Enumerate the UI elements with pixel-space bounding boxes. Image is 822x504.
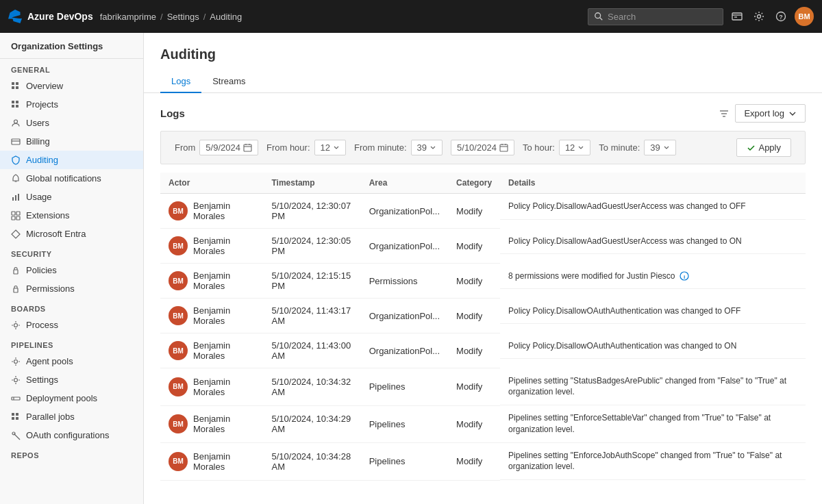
policies-icon xyxy=(11,266,21,275)
chevron-down-icon xyxy=(788,110,797,118)
sidebar-item-label: Permissions xyxy=(26,284,75,294)
section-boards: Boards xyxy=(0,298,143,316)
category-cell: Modify xyxy=(448,194,500,229)
details-text: Pipelines setting "StatusBadgesArePublic… xyxy=(508,375,797,399)
breadcrumb: fabrikamprime / Settings / Auditing xyxy=(100,12,581,22)
details-cell: Pipelines setting "EnforceSettableVar" c… xyxy=(500,405,806,443)
table-row: BM Benjamin Morales 5/10/2024, 10:34:32 … xyxy=(160,368,806,406)
from-date-group: From 5/9/2024 xyxy=(175,140,258,155)
area-cell: OrganizationPol... xyxy=(361,333,448,368)
sidebar-item-pipeline-settings[interactable]: Settings xyxy=(0,370,143,389)
notifications-icon[interactable] xyxy=(729,8,745,25)
actor-avatar: BM xyxy=(169,377,188,396)
from-hour-select[interactable]: 12 xyxy=(314,140,346,155)
sidebar-item-label: Deployment pools xyxy=(26,393,97,403)
svg-rect-9 xyxy=(12,86,14,89)
sidebar-item-process[interactable]: Process xyxy=(0,316,143,334)
search-input[interactable] xyxy=(608,12,717,22)
sidebar-item-policies[interactable]: Policies xyxy=(0,261,143,279)
info-icon[interactable]: i xyxy=(680,271,689,281)
org-link[interactable]: fabrikamprime xyxy=(100,12,156,22)
actor-name: Benjamin Morales xyxy=(193,270,255,291)
deployment-pools-icon xyxy=(11,394,21,403)
grid-icon xyxy=(11,81,21,91)
entra-icon xyxy=(11,229,21,239)
sidebar-item-permissions[interactable]: Permissions xyxy=(0,279,143,298)
export-log-button[interactable]: Export log xyxy=(735,104,806,123)
sidebar: Organization Settings General Overview P… xyxy=(0,33,144,504)
filter-bar: From 5/9/2024 From hour: 12 From minute: xyxy=(160,131,806,164)
category-cell: Modify xyxy=(448,333,500,368)
actor-avatar: BM xyxy=(169,236,188,255)
calendar-icon xyxy=(243,143,252,152)
sidebar-item-projects[interactable]: Projects xyxy=(0,95,143,114)
sidebar-title: Organization Settings xyxy=(0,33,143,59)
sidebar-item-label: Users xyxy=(26,118,49,128)
settings-link[interactable]: Settings xyxy=(167,12,199,22)
sidebar-item-label: Parallel jobs xyxy=(26,412,75,422)
help-icon[interactable]: ? xyxy=(773,8,789,25)
sidebar-item-users[interactable]: Users xyxy=(0,114,143,132)
sidebar-item-overview[interactable]: Overview xyxy=(0,77,143,95)
sidebar-item-usage[interactable]: Usage xyxy=(0,188,143,206)
apply-button[interactable]: Apply xyxy=(736,138,791,157)
sidebar-item-agent-pools[interactable]: Agent pools xyxy=(0,352,143,370)
svg-rect-8 xyxy=(12,82,14,85)
area-cell: Pipelines xyxy=(361,368,448,406)
sidebar-item-label: Global notifications xyxy=(26,173,101,184)
parallel-jobs-icon xyxy=(11,412,21,422)
actor-name: Benjamin Morales xyxy=(193,305,255,326)
table-row: BM Benjamin Morales 5/10/2024, 10:34:29 … xyxy=(160,405,806,443)
notifications-nav-icon xyxy=(11,174,21,184)
audit-table: Actor Timestamp Area Category Details BM… xyxy=(160,173,806,481)
svg-rect-21 xyxy=(15,195,16,201)
timestamp-cell: 5/10/2024, 10:34:29 AM xyxy=(263,405,360,443)
sidebar-item-global-notifications[interactable]: Global notifications xyxy=(0,169,143,188)
details-cell: Pipelines setting "StatusBadgesArePublic… xyxy=(500,368,806,406)
sidebar-item-auditing[interactable]: Auditing xyxy=(0,151,143,169)
sidebar-item-label: Microsoft Entra xyxy=(26,229,86,239)
process-icon xyxy=(11,320,21,330)
sidebar-item-deployment-pools[interactable]: Deployment pools xyxy=(0,389,143,407)
details-text: Policy Policy.DisallowAadGuestUserAccess… xyxy=(508,236,742,247)
sidebar-item-oauth-configurations[interactable]: OAuth configurations xyxy=(0,426,143,444)
sidebar-item-billing[interactable]: Billing xyxy=(0,132,143,151)
user-avatar[interactable]: BM xyxy=(795,7,814,26)
svg-point-0 xyxy=(595,13,601,18)
sidebar-item-label: Settings xyxy=(26,375,58,385)
svg-rect-22 xyxy=(18,194,19,201)
category-cell: Modify xyxy=(448,405,500,443)
settings-icon[interactable] xyxy=(751,8,767,25)
actor-avatar: BM xyxy=(169,271,188,290)
actor-cell: BM Benjamin Morales xyxy=(160,368,263,406)
to-minute-select[interactable]: 39 xyxy=(644,140,675,155)
filter-icon[interactable] xyxy=(719,108,730,119)
svg-line-1 xyxy=(600,18,603,21)
from-date-input[interactable]: 5/9/2024 xyxy=(199,140,258,155)
svg-rect-35 xyxy=(12,417,14,420)
sidebar-item-label: Process xyxy=(26,320,58,330)
chevron-down-icon xyxy=(333,144,340,151)
to-date-input[interactable]: 5/10/2024 xyxy=(451,140,514,155)
search-box[interactable] xyxy=(588,8,723,25)
to-hour-select[interactable]: 12 xyxy=(559,140,590,155)
from-minute-select[interactable]: 39 xyxy=(411,140,443,155)
sidebar-item-label: OAuth configurations xyxy=(26,430,109,440)
actor-avatar: BM xyxy=(169,452,188,471)
sidebar-item-label: Extensions xyxy=(26,210,70,220)
category-cell: Modify xyxy=(448,229,500,264)
sidebar-item-label: Agent pools xyxy=(26,356,73,366)
actor-cell: BM Benjamin Morales xyxy=(160,264,263,299)
sidebar-item-extensions[interactable]: Extensions xyxy=(0,206,143,225)
sidebar-item-microsoft-entra[interactable]: Microsoft Entra xyxy=(0,225,143,243)
table-row: BM Benjamin Morales 5/10/2024, 12:30:05 … xyxy=(160,229,806,264)
area-cell: Pipelines xyxy=(361,443,448,481)
tab-logs[interactable]: Logs xyxy=(160,71,201,93)
sidebar-item-parallel-jobs[interactable]: Parallel jobs xyxy=(0,407,143,426)
tab-streams[interactable]: Streams xyxy=(201,71,256,93)
actor-cell: BM Benjamin Morales xyxy=(160,405,263,443)
svg-rect-25 xyxy=(12,216,15,220)
details-text: Policy Policy.DisallowAadGuestUserAccess… xyxy=(508,201,746,212)
details-text: Pipelines setting "EnforceSettableVar" c… xyxy=(508,412,797,436)
azure-devops-logo[interactable]: Azure DevOps xyxy=(8,10,93,23)
